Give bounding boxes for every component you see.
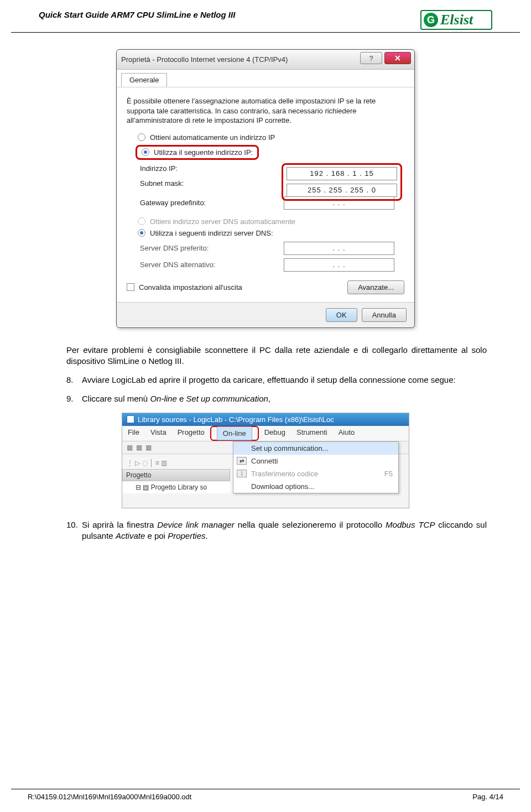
toolbar-icon[interactable]: ▦ <box>136 444 142 451</box>
radio-disabled-icon <box>138 217 145 225</box>
logo-text: Elsist <box>440 12 473 28</box>
menu-strumenti[interactable]: Strumenti <box>291 426 333 441</box>
app-icon <box>127 415 134 423</box>
online-dropdown: Set up communication... ⇄ Connetti ↧ Tra… <box>233 441 399 493</box>
page-footer: R:\04159.012\Mnl169\Mnl169a000\Mnl169a00… <box>11 789 520 801</box>
validate-checkbox[interactable] <box>127 283 134 291</box>
ok-button[interactable]: OK <box>326 308 357 322</box>
ip-address-field[interactable]: 192 . 168 . 1 . 15 <box>287 167 397 180</box>
mask-label: Subnet mask: <box>140 179 228 188</box>
menu-file[interactable]: File <box>122 426 145 441</box>
radio-auto-dns-label: Ottieni indirizzo server DNS automaticam… <box>150 217 295 226</box>
gateway-label: Gateway predefinito: <box>140 199 228 207</box>
dns2-label: Server DNS alternativo: <box>140 261 228 269</box>
dialog-tabs: Generale <box>117 70 414 87</box>
menu-progetto[interactable]: Progetto <box>172 426 210 441</box>
radio-auto-ip-label: Ottieni automaticamente un indirizzo IP <box>150 133 275 142</box>
dns1-field[interactable]: . . . <box>284 242 394 255</box>
menu-debug[interactable]: Debug <box>259 426 291 441</box>
radio-off-icon <box>138 133 145 141</box>
radio-on-icon <box>142 148 149 156</box>
paragraph-8: 8. Avviare LogicLab ed aprire il progett… <box>66 374 487 386</box>
close-button[interactable]: ✕ <box>384 52 411 64</box>
dialog-body: È possibile ottenere l'assegnazione auto… <box>117 87 414 302</box>
footer-path: R:\04159.012\Mnl169\Mnl169a000\Mnl169a00… <box>28 793 191 801</box>
highlight-ip-fields: 192 . 168 . 1 . 15 255 . 255 . 255 . 0 <box>282 163 402 201</box>
menu-item-download-options[interactable]: Download options... <box>233 480 398 493</box>
highlight-manual-ip: Utilizza il seguente indirizzo IP: <box>136 145 259 160</box>
paragraph-9: 9. Cliccare sul menù On-line e Set up co… <box>66 393 487 404</box>
dialog-title: Proprietà - Protocollo Internet versione… <box>121 55 288 64</box>
toolbar-icon[interactable]: ▦ <box>127 444 133 451</box>
toolbar-icon[interactable]: ▦ <box>145 444 152 451</box>
tab-general[interactable]: Generale <box>121 73 167 87</box>
doc-title: Quick Start Guide ARM7 CPU SlimLine e Ne… <box>39 10 235 19</box>
menu-vista[interactable]: Vista <box>145 426 172 441</box>
advanced-button[interactable]: Avanzate... <box>347 280 404 294</box>
footer-page: Pag. 4/14 <box>472 793 503 801</box>
radio-auto-ip-row[interactable]: Ottieni automaticamente un indirizzo IP <box>138 133 404 142</box>
radio-on-icon <box>138 229 145 237</box>
dns2-field[interactable]: . . . <box>284 258 394 272</box>
sidebar-item[interactable]: ⊟ ▤ Progetto Library so <box>122 481 230 493</box>
cancel-button[interactable]: Annulla <box>362 308 407 322</box>
highlight-online-menu: On-line <box>210 426 259 441</box>
radio-auto-dns-row: Ottieni indirizzo server DNS automaticam… <box>138 217 404 226</box>
radio-manual-ip-label: Utilizza il seguente indirizzo IP: <box>154 148 253 157</box>
elsist-logo: G Elsist <box>420 10 492 30</box>
ip-fields-group: 192 . 168 . 1 . 15 255 . 255 . 255 . 0 I… <box>127 164 404 210</box>
subnet-mask-field[interactable]: 255 . 255 . 255 . 0 <box>287 184 397 197</box>
validate-label: Convalida impostazioni all'uscita <box>139 283 242 292</box>
logiclab-titlebar: Library sources - LogicLab - C:\Program … <box>122 413 409 426</box>
logiclab-sidebar: ⋮ ▷ ◌ │ ≡ ▥ Progetto ⊟ ▤ Progetto Librar… <box>122 457 230 493</box>
radio-manual-ip-row[interactable]: Utilizza il seguente indirizzo IP: <box>136 145 404 160</box>
logiclab-window: Library sources - LogicLab - C:\Program … <box>122 413 409 508</box>
dialog-titlebar: Proprietà - Protocollo Internet versione… <box>117 50 414 70</box>
logo-icon: G <box>424 13 438 27</box>
menu-online[interactable]: On-line <box>217 426 252 440</box>
help-button[interactable]: ? <box>360 52 382 64</box>
radio-manual-dns-row[interactable]: Utilizza i seguenti indirizzi server DNS… <box>138 229 404 237</box>
page-header: Quick Start Guide ARM7 CPU SlimLine e Ne… <box>11 0 520 33</box>
logiclab-body: ▦ ▦ ▦ ⋮ ▷ ◌ │ ≡ ▥ Progetto ⊟ ▤ Progetto … <box>122 441 409 508</box>
sidebar-header: Progetto <box>122 469 230 481</box>
ipv4-properties-dialog: Proprietà - Protocollo Internet versione… <box>116 49 415 328</box>
paragraph-10: 10. Si aprirà la finestra Device link ma… <box>66 519 487 542</box>
menu-item-connect[interactable]: ⇄ Connetti <box>233 455 398 467</box>
dialog-footer: OK Annulla <box>117 302 414 327</box>
menu-item-setup-communication[interactable]: Set up communication... <box>233 442 398 455</box>
radio-manual-dns-label: Utilizza i seguenti indirizzi server DNS… <box>150 229 273 237</box>
connect-icon: ⇄ <box>237 457 247 465</box>
logiclab-menubar: File Vista Progetto On-line Debug Strume… <box>122 426 409 441</box>
ip-label: Indirizzo IP: <box>140 164 228 173</box>
menu-aiuto[interactable]: Aiuto <box>333 426 361 441</box>
paragraph-intro: Per evitare problemi è consigliabile sco… <box>66 345 487 367</box>
dns1-label: Server DNS preferito: <box>140 244 228 252</box>
transfer-icon: ↧ <box>237 470 247 477</box>
dialog-description: È possibile ottenere l'assegnazione auto… <box>127 96 404 126</box>
logiclab-title-text: Library sources - LogicLab - C:\Program … <box>138 415 334 424</box>
menu-item-transfer: ↧ Trasferimento codice F5 <box>233 467 398 480</box>
